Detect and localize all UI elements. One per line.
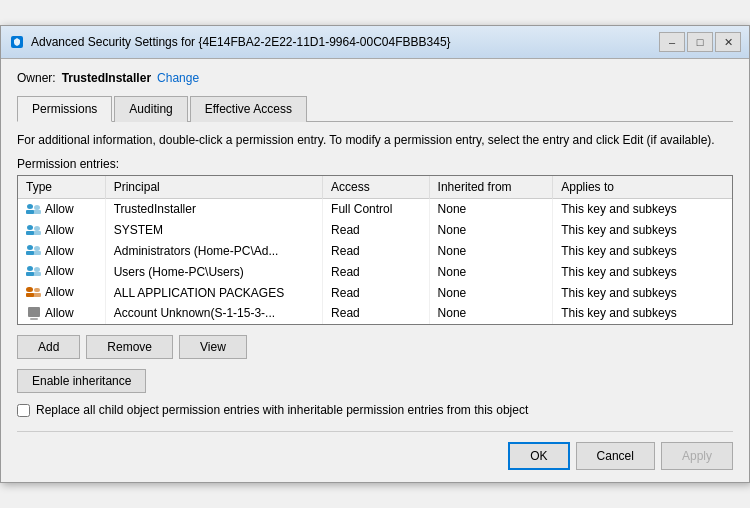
- cell-access: Read: [323, 241, 429, 262]
- col-applies-to: Applies to: [553, 176, 732, 199]
- svg-rect-3: [34, 205, 40, 210]
- cell-type: Allow: [18, 220, 105, 241]
- cell-principal: Users (Home-PC\Users): [105, 261, 322, 282]
- cell-inherited-from: None: [429, 241, 553, 262]
- svg-rect-20: [33, 293, 41, 297]
- cell-type: Allow: [18, 303, 105, 324]
- svg-rect-11: [34, 246, 40, 251]
- section-label: Permission entries:: [17, 157, 733, 171]
- svg-rect-12: [33, 251, 41, 255]
- maximize-button[interactable]: □: [687, 32, 713, 52]
- change-owner-link[interactable]: Change: [157, 71, 199, 85]
- enable-inheritance-button[interactable]: Enable inheritance: [17, 369, 146, 393]
- cell-applies-to: This key and subkeys: [553, 282, 732, 303]
- svg-rect-6: [26, 231, 34, 235]
- cell-principal: Administrators (Home-PC\Ad...: [105, 241, 322, 262]
- svg-rect-8: [33, 231, 41, 235]
- window-title: Advanced Security Settings for {4E14FBA2…: [31, 35, 451, 49]
- cell-principal: Account Unknown(S-1-15-3-...: [105, 303, 322, 324]
- svg-rect-15: [34, 267, 40, 272]
- svg-rect-17: [26, 287, 33, 292]
- cell-access: Read: [323, 220, 429, 241]
- cell-type: Allow: [18, 241, 105, 262]
- svg-rect-14: [26, 272, 34, 276]
- replace-checkbox-row: Replace all child object permission entr…: [17, 403, 733, 417]
- svg-rect-18: [26, 293, 34, 297]
- tab-effective-access[interactable]: Effective Access: [190, 96, 307, 122]
- cell-inherited-from: None: [429, 303, 553, 324]
- content-area: Owner: TrustedInstaller Change Permissio…: [1, 59, 749, 482]
- add-button[interactable]: Add: [17, 335, 80, 359]
- footer-buttons: OK Cancel Apply: [17, 431, 733, 470]
- cell-applies-to: This key and subkeys: [553, 241, 732, 262]
- svg-rect-5: [27, 225, 33, 230]
- enable-inheritance-row: Enable inheritance: [17, 369, 733, 393]
- minimize-button[interactable]: –: [659, 32, 685, 52]
- col-type: Type: [18, 176, 105, 199]
- apply-button[interactable]: Apply: [661, 442, 733, 470]
- table-row[interactable]: AllowAdministrators (Home-PC\Ad...ReadNo…: [18, 241, 732, 262]
- cell-type: Allow: [18, 198, 105, 219]
- cell-access: Read: [323, 282, 429, 303]
- cell-applies-to: This key and subkeys: [553, 198, 732, 219]
- window-icon: [9, 34, 25, 50]
- cell-access: Read: [323, 261, 429, 282]
- svg-rect-1: [27, 204, 33, 209]
- view-button[interactable]: View: [179, 335, 247, 359]
- permission-table: Type Principal Access Inherited from App…: [18, 176, 732, 324]
- title-bar-left: Advanced Security Settings for {4E14FBA2…: [9, 34, 451, 50]
- table-row[interactable]: AllowAccount Unknown(S-1-15-3-...ReadNon…: [18, 303, 732, 324]
- tab-auditing[interactable]: Auditing: [114, 96, 187, 122]
- svg-rect-19: [34, 288, 40, 292]
- cell-inherited-from: None: [429, 261, 553, 282]
- owner-row: Owner: TrustedInstaller Change: [17, 71, 733, 85]
- svg-rect-22: [30, 318, 38, 320]
- col-principal: Principal: [105, 176, 322, 199]
- cell-applies-to: This key and subkeys: [553, 220, 732, 241]
- svg-rect-16: [33, 272, 41, 276]
- table-header-row: Type Principal Access Inherited from App…: [18, 176, 732, 199]
- svg-rect-10: [26, 251, 34, 255]
- tabs-container: Permissions Auditing Effective Access: [17, 95, 733, 122]
- cell-principal: SYSTEM: [105, 220, 322, 241]
- replace-checkbox-label[interactable]: Replace all child object permission entr…: [36, 403, 528, 417]
- ok-button[interactable]: OK: [508, 442, 569, 470]
- cancel-button[interactable]: Cancel: [576, 442, 655, 470]
- title-bar: Advanced Security Settings for {4E14FBA2…: [1, 26, 749, 59]
- close-button[interactable]: ✕: [715, 32, 741, 52]
- svg-rect-2: [26, 210, 34, 214]
- svg-rect-4: [33, 210, 41, 214]
- cell-principal: ALL APPLICATION PACKAGES: [105, 282, 322, 303]
- window: Advanced Security Settings for {4E14FBA2…: [0, 25, 750, 483]
- cell-type: Allow: [18, 282, 105, 303]
- tab-permissions[interactable]: Permissions: [17, 96, 112, 122]
- cell-principal: TrustedInstaller: [105, 198, 322, 219]
- svg-rect-21: [28, 307, 40, 317]
- cell-access: Full Control: [323, 198, 429, 219]
- cell-inherited-from: None: [429, 282, 553, 303]
- table-row[interactable]: AllowALL APPLICATION PACKAGESReadNoneThi…: [18, 282, 732, 303]
- table-row[interactable]: AllowUsers (Home-PC\Users)ReadNoneThis k…: [18, 261, 732, 282]
- cell-applies-to: This key and subkeys: [553, 261, 732, 282]
- title-bar-buttons: – □ ✕: [659, 32, 741, 52]
- svg-rect-7: [34, 226, 40, 231]
- cell-type: Allow: [18, 261, 105, 282]
- cell-access: Read: [323, 303, 429, 324]
- permission-table-container: Type Principal Access Inherited from App…: [17, 175, 733, 325]
- owner-value: TrustedInstaller: [62, 71, 151, 85]
- col-access: Access: [323, 176, 429, 199]
- svg-rect-9: [27, 245, 33, 250]
- table-row[interactable]: AllowSYSTEMReadNoneThis key and subkeys: [18, 220, 732, 241]
- replace-checkbox[interactable]: [17, 404, 30, 417]
- info-text: For additional information, double-click…: [17, 132, 733, 149]
- svg-rect-13: [27, 266, 33, 271]
- cell-inherited-from: None: [429, 198, 553, 219]
- cell-inherited-from: None: [429, 220, 553, 241]
- owner-label: Owner:: [17, 71, 56, 85]
- cell-applies-to: This key and subkeys: [553, 303, 732, 324]
- table-row[interactable]: AllowTrustedInstallerFull ControlNoneThi…: [18, 198, 732, 219]
- remove-button[interactable]: Remove: [86, 335, 173, 359]
- action-buttons-row: Add Remove View: [17, 335, 733, 359]
- col-inherited-from: Inherited from: [429, 176, 553, 199]
